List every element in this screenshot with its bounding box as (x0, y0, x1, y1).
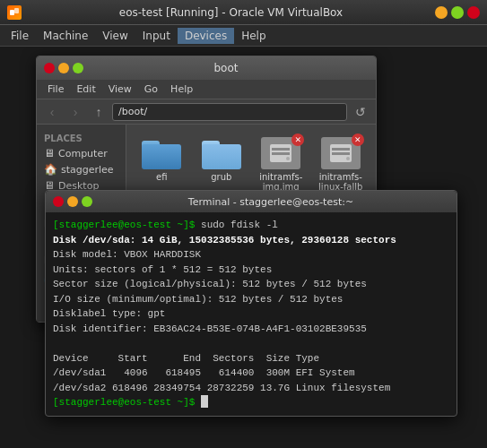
terminal-prompt-1: [staggerlee@eos-test ~]$ (53, 220, 195, 230)
terminal-titlebar: Terminal - staggerlee@eos-test:~ (46, 191, 457, 212)
fm-menu-go[interactable]: Go (139, 82, 163, 97)
svg-rect-18 (14, 8, 19, 13)
fm-maximize-btn[interactable] (73, 63, 83, 73)
svg-rect-24 (332, 148, 350, 151)
fm-menu-edit[interactable]: Edit (71, 82, 100, 97)
terminal-line-7: Disklabel type: gpt (53, 306, 449, 322)
fm-places-header: Places (40, 132, 122, 145)
vbox-maximize-btn[interactable] (451, 6, 464, 19)
terminal-minimize-btn[interactable] (67, 196, 78, 207)
fm-title: boot (83, 62, 369, 74)
fm-menu-file[interactable]: File (42, 82, 69, 97)
terminal-line-3: Disk model: VBOX HARDDISK (53, 247, 449, 263)
fm-window-controls (44, 63, 83, 73)
fm-toolbar: ‹ › ↑ /boot/ ↺ (37, 99, 376, 125)
terminal-line-5: Sector size (logical/physical): 512 byte… (53, 277, 449, 292)
terminal-line-9 (53, 336, 449, 351)
delete-badge: ✕ (291, 134, 304, 146)
terminal-line-4: Units: sectors of 1 * 512 = 512 bytes (53, 263, 449, 278)
fm-close-btn[interactable] (44, 63, 55, 73)
fm-sidebar-home[interactable]: 🏠 staggerlee (40, 161, 122, 177)
vbox-menu-file[interactable]: File (4, 28, 36, 44)
svg-rect-20 (272, 148, 290, 151)
vbox-minimize-btn[interactable] (435, 6, 448, 19)
vbox-title: eos-test [Running] - Oracle VM VirtualBo… (27, 6, 435, 19)
vbox-menu-devices[interactable]: Devices (178, 28, 234, 44)
terminal-window: Terminal - staggerlee@eos-test:~ [stagge… (45, 190, 457, 417)
svg-rect-17 (10, 10, 14, 15)
home-icon: 🏠 (44, 163, 57, 176)
fm-up-btn[interactable]: ↑ (89, 103, 109, 121)
computer-icon: 🖥 (44, 147, 55, 159)
fm-forward-btn[interactable]: › (65, 103, 85, 121)
terminal-maximize-btn[interactable] (82, 196, 92, 207)
fm-sidebar-home-label: staggerlee (61, 164, 114, 176)
efi-label: efi (156, 172, 167, 182)
fm-menu-view[interactable]: View (103, 82, 137, 97)
terminal-window-controls (53, 196, 92, 207)
grub-folder-icon (202, 137, 241, 169)
initramfs-img-label: initramfs-img.img (258, 172, 304, 192)
vbox-menubar: File Machine View Input Devices Help (0, 25, 487, 47)
efi-folder-icon (142, 137, 181, 169)
svg-point-26 (346, 157, 350, 160)
terminal-line-2: Disk /dev/sda: 14 GiB, 15032385536 bytes… (53, 233, 449, 248)
fm-path-text: /boot/ (118, 106, 147, 117)
svg-rect-21 (272, 152, 290, 155)
fm-menubar: File Edit View Go Help (37, 80, 376, 99)
fm-back-btn[interactable]: ‹ (42, 103, 62, 121)
fm-sidebar-computer[interactable]: 🖥 Computer (40, 145, 122, 161)
fm-menu-help[interactable]: Help (165, 82, 198, 97)
terminal-prompt-2: [staggerlee@eos-test ~]$ (53, 397, 195, 408)
terminal-line-10: Device Start End Sectors Size Type (53, 351, 449, 366)
grub-label: grub (211, 172, 231, 182)
vbox-close-btn[interactable] (467, 6, 480, 19)
fm-path-bar[interactable]: /boot/ (112, 103, 347, 121)
terminal-cursor (201, 395, 208, 408)
vm-display: boot File Edit View Go Help ‹ › ↑ /boot/… (0, 47, 487, 448)
terminal-title: Terminal - staggerlee@eos-test:~ (92, 196, 449, 208)
svg-point-22 (286, 157, 290, 160)
vbox-menu-input[interactable]: Input (135, 28, 178, 44)
terminal-line-11: /dev/sda1 4096 618495 614400 300M EFI Sy… (53, 366, 449, 381)
virtualbox-window: eos-test [Running] - Oracle VM VirtualBo… (0, 0, 487, 448)
terminal-body[interactable]: [staggerlee@eos-test ~]$ sudo fdisk -l D… (46, 212, 457, 416)
terminal-line-6: I/O size (minimum/optimal): 512 bytes / … (53, 292, 449, 307)
fm-minimize-btn[interactable] (58, 63, 69, 73)
fm-sidebar-computer-label: Computer (58, 148, 108, 159)
fallback-delete-badge: ✕ (352, 134, 364, 146)
terminal-close-btn[interactable] (53, 196, 64, 207)
svg-rect-25 (332, 152, 350, 155)
terminal-line-12: /dev/sda2 618496 28349754 28732259 13.7G… (53, 381, 449, 396)
fm-titlebar: boot (37, 56, 376, 80)
terminal-cmd-1: sudo fdisk -l (195, 220, 277, 230)
vbox-icon (7, 5, 22, 20)
vbox-menu-help[interactable]: Help (234, 28, 273, 44)
fm-reload-btn[interactable]: ↺ (351, 103, 370, 121)
vbox-menu-machine[interactable]: Machine (36, 28, 95, 44)
vbox-menu-view[interactable]: View (95, 28, 135, 44)
vbox-window-controls (435, 6, 480, 19)
terminal-line-1: [staggerlee@eos-test ~]$ sudo fdisk -l (53, 218, 449, 233)
vbox-titlebar: eos-test [Running] - Oracle VM VirtualBo… (0, 0, 487, 25)
terminal-line-13: [staggerlee@eos-test ~]$ (53, 395, 449, 410)
terminal-line-8: Disk identifier: EB36AC24-B53E-074B-A4F1… (53, 322, 449, 337)
